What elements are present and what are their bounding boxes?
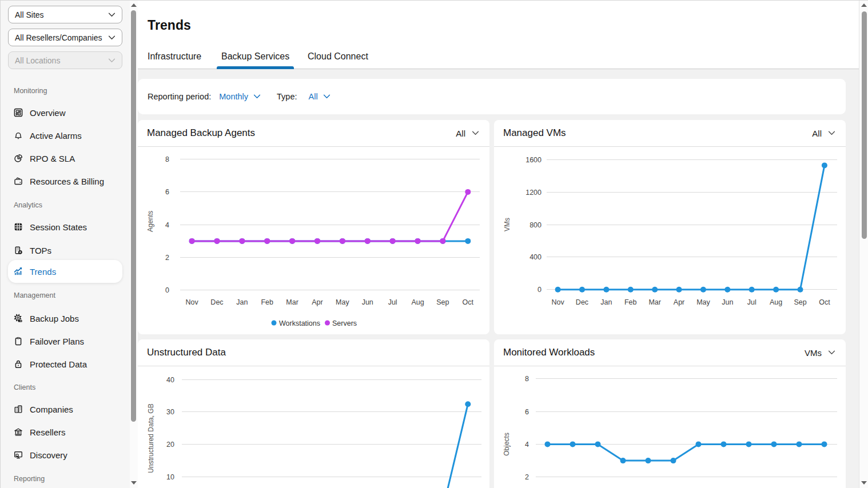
svg-text:Dec: Dec bbox=[210, 298, 223, 306]
svg-text:0: 0 bbox=[537, 286, 541, 294]
svg-text:1200: 1200 bbox=[525, 189, 541, 197]
svg-text:4: 4 bbox=[525, 441, 529, 449]
svg-text:Sep: Sep bbox=[436, 298, 449, 306]
svg-text:30: 30 bbox=[166, 408, 174, 416]
svg-text:Mar: Mar bbox=[648, 298, 661, 306]
svg-text:Servers: Servers bbox=[332, 319, 357, 327]
svg-text:0: 0 bbox=[165, 286, 169, 294]
svg-text:Oct: Oct bbox=[463, 298, 474, 306]
svg-text:Apr: Apr bbox=[312, 298, 322, 306]
svg-text:4: 4 bbox=[165, 221, 169, 229]
svg-text:1600: 1600 bbox=[525, 156, 541, 164]
svg-text:Sep: Sep bbox=[794, 298, 806, 306]
svg-text:Apr: Apr bbox=[674, 298, 684, 306]
svg-text:10: 10 bbox=[166, 473, 174, 481]
svg-text:6: 6 bbox=[165, 188, 169, 196]
svg-text:Jun: Jun bbox=[362, 298, 373, 306]
svg-text:Objects: Objects bbox=[503, 433, 511, 456]
svg-text:VMs: VMs bbox=[503, 218, 511, 231]
svg-text:Jan: Jan bbox=[600, 298, 612, 306]
svg-text:40: 40 bbox=[166, 376, 174, 384]
svg-text:Mar: Mar bbox=[286, 298, 298, 306]
svg-text:20: 20 bbox=[166, 441, 174, 449]
svg-text:Jul: Jul bbox=[747, 298, 756, 306]
svg-text:Feb: Feb bbox=[261, 298, 273, 306]
svg-text:May: May bbox=[696, 298, 710, 306]
svg-text:Agents: Agents bbox=[146, 211, 154, 232]
svg-text:May: May bbox=[336, 298, 349, 306]
svg-text:400: 400 bbox=[529, 253, 541, 261]
svg-text:8: 8 bbox=[165, 155, 169, 163]
svg-text:Jul: Jul bbox=[388, 298, 397, 306]
svg-text:Unstructured Data, GB: Unstructured Data, GB bbox=[147, 403, 155, 473]
svg-text:Aug: Aug bbox=[770, 298, 782, 306]
svg-text:Aug: Aug bbox=[411, 298, 424, 306]
svg-text:Oct: Oct bbox=[819, 298, 830, 306]
svg-text:6: 6 bbox=[525, 408, 529, 416]
svg-text:Jun: Jun bbox=[722, 298, 733, 306]
svg-text:Nov: Nov bbox=[185, 298, 198, 306]
svg-text:Jan: Jan bbox=[236, 298, 248, 306]
svg-text:8: 8 bbox=[525, 375, 529, 383]
svg-text:Dec: Dec bbox=[576, 298, 588, 306]
svg-text:2: 2 bbox=[525, 473, 529, 481]
svg-text:800: 800 bbox=[529, 221, 541, 229]
svg-text:Workstations: Workstations bbox=[279, 319, 320, 327]
svg-text:Nov: Nov bbox=[551, 298, 564, 306]
svg-text:2: 2 bbox=[165, 254, 169, 262]
svg-text:Feb: Feb bbox=[624, 298, 637, 306]
